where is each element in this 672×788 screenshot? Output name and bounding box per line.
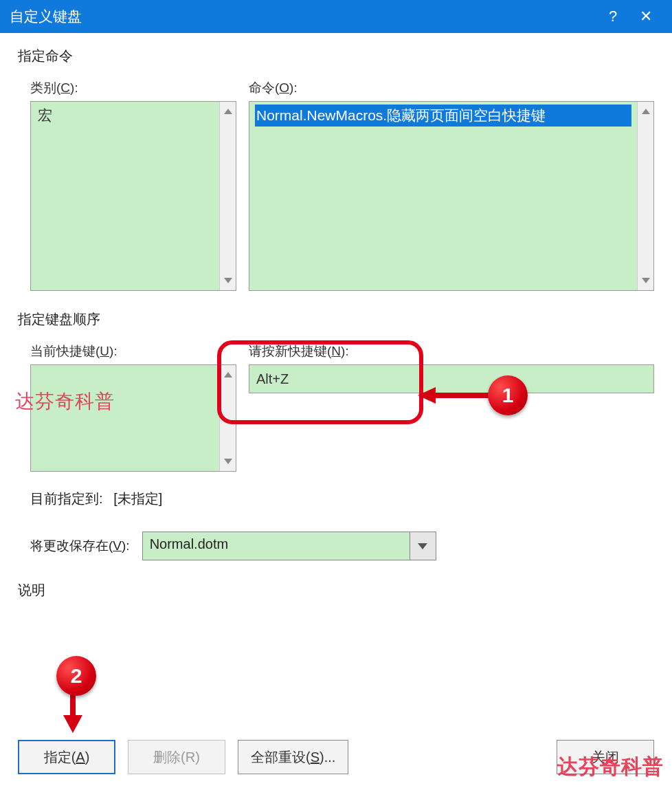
help-button[interactable]: ?	[596, 0, 629, 33]
svg-marker-10	[63, 715, 82, 733]
category-column: 类别(C): 宏	[30, 79, 236, 291]
titlebar: 自定义键盘 ? ✕	[0, 0, 672, 33]
current-keys-label: 当前快捷键(U):	[30, 342, 236, 360]
current-keys-listbox[interactable]	[30, 364, 236, 472]
row-keys: 当前快捷键(U): 请按新快捷键(N):	[30, 342, 654, 472]
new-key-column: 请按新快捷键(N):	[249, 342, 654, 472]
assigned-to-label: 目前指定到:	[30, 491, 103, 506]
category-label: 类别(C):	[30, 79, 236, 97]
assigned-to-row: 目前指定到: [未指定]	[30, 490, 654, 508]
dialog-body: 指定命令 类别(C): 宏	[0, 33, 672, 612]
close-button[interactable]: ✕	[629, 0, 662, 33]
section-specify-sequence: 指定键盘顺序	[18, 310, 654, 329]
command-item[interactable]: Normal.NewMacros.隐藏两页面间空白快捷键	[255, 105, 631, 127]
remove-button: 删除(R)	[128, 740, 225, 774]
category-item[interactable]: 宏	[36, 105, 214, 127]
annotation-callout-2: 2	[56, 656, 96, 696]
scroll-up-icon[interactable]	[638, 102, 653, 121]
commands-column: 命令(O): Normal.NewMacros.隐藏两页面间空白快捷键	[249, 79, 654, 291]
svg-marker-1	[224, 278, 232, 283]
new-key-label: 请按新快捷键(N):	[249, 342, 654, 360]
chevron-down-icon[interactable]	[410, 532, 436, 560]
assign-button[interactable]: 指定(A)	[18, 740, 115, 774]
scroll-down-icon[interactable]	[220, 452, 236, 471]
row-category-commands: 类别(C): 宏	[30, 79, 654, 291]
svg-marker-6	[418, 543, 427, 549]
svg-marker-4	[224, 372, 232, 377]
scroll-down-icon[interactable]	[638, 271, 653, 290]
commands-scrollbar[interactable]	[637, 102, 653, 290]
save-in-value: Normal.dotm	[143, 532, 410, 560]
current-keys-column: 当前快捷键(U):	[30, 342, 236, 472]
annotation-arrow-2	[59, 682, 87, 733]
commands-listbox[interactable]: Normal.NewMacros.隐藏两页面间空白快捷键	[249, 101, 654, 291]
category-scrollbar[interactable]	[219, 102, 236, 290]
window-title: 自定义键盘	[10, 7, 596, 26]
svg-marker-5	[224, 459, 232, 464]
current-keys-scrollbar[interactable]	[219, 365, 236, 471]
save-in-row: 将更改保存在(V): Normal.dotm	[30, 532, 654, 560]
assigned-to-value: [未指定]	[113, 491, 162, 506]
commands-label: 命令(O):	[249, 79, 654, 97]
scroll-up-icon[interactable]	[220, 102, 236, 121]
close-dialog-button[interactable]: 关闭	[557, 740, 654, 774]
svg-marker-2	[642, 109, 650, 114]
save-in-combo[interactable]: Normal.dotm	[142, 532, 436, 560]
svg-marker-3	[642, 278, 650, 283]
new-key-input[interactable]	[249, 364, 654, 393]
reset-all-button[interactable]: 全部重设(S)...	[238, 740, 348, 774]
save-in-label: 将更改保存在(V):	[30, 537, 130, 555]
scroll-down-icon[interactable]	[220, 271, 236, 290]
section-description: 说明	[18, 581, 654, 600]
button-row: 指定(A) 删除(R) 全部重设(S)... 关闭	[14, 740, 658, 774]
section-specify-command: 指定命令	[18, 47, 654, 65]
svg-marker-0	[224, 109, 232, 114]
scroll-up-icon[interactable]	[220, 365, 236, 384]
category-listbox[interactable]: 宏	[30, 101, 236, 291]
